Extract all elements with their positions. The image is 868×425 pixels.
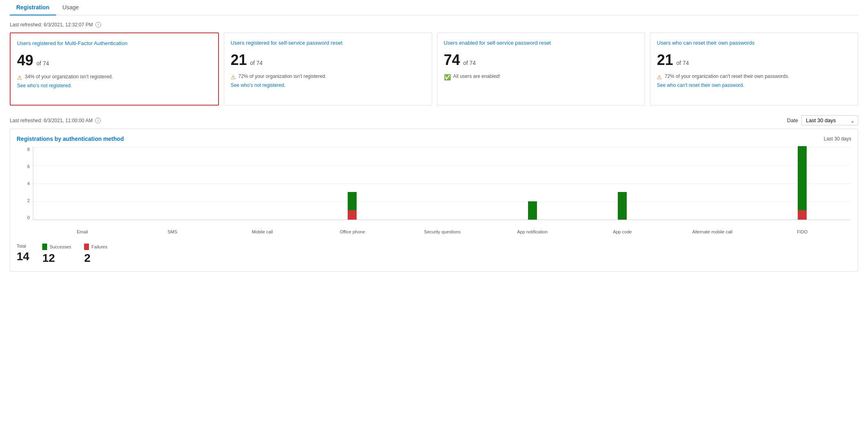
warning-icon-can-reset: ⚠ bbox=[657, 74, 662, 80]
refresh-info-icon[interactable]: i bbox=[95, 22, 101, 28]
bar-group-1: SMS bbox=[128, 147, 218, 220]
legend-successes-item: Successes bbox=[42, 244, 71, 250]
chart-section: Registrations by authentication method L… bbox=[10, 129, 858, 272]
chart-area: EmailSMSMobile callOffice phoneSecurity … bbox=[33, 147, 851, 220]
stat-warning-mfa: ⚠ 34% of your organization isn't registe… bbox=[17, 74, 212, 81]
bar-group-2: Mobile call bbox=[217, 147, 307, 220]
warning-icon-sspr-reg: ⚠ bbox=[231, 74, 236, 80]
legend-total-value: 14 bbox=[17, 250, 29, 263]
stat-number-row-sspr-enabled: 74 of 74 bbox=[444, 52, 639, 69]
y-label-8: 8 bbox=[27, 147, 30, 152]
stat-card-sspr-reg-title[interactable]: Users registered for self-service passwo… bbox=[231, 39, 425, 47]
bar-success-5 bbox=[528, 201, 537, 220]
stat-number-row-can-reset: 21 of 74 bbox=[657, 52, 851, 69]
legend-total: Total 14 bbox=[17, 244, 29, 265]
tab-usage[interactable]: Usage bbox=[56, 0, 85, 15]
bar-label-1: SMS bbox=[167, 229, 177, 234]
stat-card-can-reset: Users who can reset their own passwords … bbox=[650, 32, 858, 106]
stat-link-can-reset[interactable]: See who can't reset their own password. bbox=[657, 82, 744, 88]
stat-warning-can-reset: ⚠ 72% of your organization can't reset t… bbox=[657, 73, 851, 80]
bar-group-6: App code bbox=[577, 147, 667, 220]
stat-of-can-reset: of 74 bbox=[676, 60, 689, 66]
y-label-0: 0 bbox=[27, 215, 30, 220]
bar-group-4: Security questions bbox=[397, 147, 487, 220]
legend-successes-label: Successes bbox=[50, 244, 71, 249]
success-icon-sspr-enabled: ✅ bbox=[444, 74, 451, 80]
stat-success-sspr-enabled: ✅ All users are enabled! bbox=[444, 73, 639, 80]
bar-group-5: App notification bbox=[487, 147, 578, 220]
y-label-2: 2 bbox=[27, 198, 30, 203]
bar-group-7: Alternate mobile call bbox=[667, 147, 758, 220]
stat-link-sspr-reg[interactable]: See who's not registered. bbox=[231, 82, 286, 88]
tabs-bar: Registration Usage bbox=[10, 0, 858, 15]
page-wrapper: Registration Usage Last refreshed: 6/3/2… bbox=[0, 0, 868, 281]
stat-card-sspr-reg: Users registered for self-service passwo… bbox=[224, 32, 432, 106]
legend-failures-label: Failures bbox=[91, 244, 107, 249]
stat-link-mfa[interactable]: See who's not registered. bbox=[17, 83, 72, 88]
legend-failures: Failures 2 bbox=[84, 244, 107, 265]
bar-label-5: App notification bbox=[517, 229, 548, 234]
top-refresh-label: Last refreshed: 6/3/2021, 12:32:07 PM i bbox=[10, 22, 858, 28]
bar-chart-wrapper: 8 6 4 2 0 EmailSMSMobile callOffice phon… bbox=[17, 147, 851, 265]
stat-count-sspr-reg: 21 bbox=[231, 52, 247, 68]
stat-card-can-reset-title[interactable]: Users who can reset their own passwords bbox=[657, 39, 851, 47]
bar-label-8: FIDO bbox=[797, 229, 807, 234]
stat-of-sspr-enabled: of 74 bbox=[463, 60, 476, 66]
date-dropdown[interactable]: Last 30 days Last 7 days Last 1 day bbox=[801, 115, 858, 125]
bar-label-3: Office phone bbox=[340, 229, 365, 234]
legend-successes: Successes 12 bbox=[42, 244, 71, 265]
chart-legend: Total 14 Successes 12 Failures 2 bbox=[17, 240, 851, 265]
tab-registration[interactable]: Registration bbox=[10, 0, 56, 15]
chart-refresh-label: Last refreshed: 6/3/2021, 11:00:00 AM i bbox=[10, 118, 101, 123]
bar-label-6: App code bbox=[613, 229, 632, 234]
legend-failures-item: Failures bbox=[84, 244, 107, 250]
stat-card-mfa-title[interactable]: Users registered for Multi-Factor Authen… bbox=[17, 40, 212, 47]
stat-count-can-reset: 21 bbox=[657, 52, 673, 68]
bar-label-4: Security questions bbox=[424, 229, 461, 234]
bar-label-0: Email bbox=[77, 229, 88, 234]
stat-number-row-sspr-reg: 21 of 74 bbox=[231, 52, 425, 69]
bar-success-3 bbox=[348, 192, 357, 210]
chart-title: Registrations by authentication method bbox=[17, 136, 124, 142]
bar-failure-8 bbox=[798, 210, 807, 220]
stat-of-sspr-reg: of 74 bbox=[250, 60, 262, 66]
stat-of-mfa: of 74 bbox=[37, 60, 49, 67]
date-dropdown-wrapper[interactable]: Last 30 days Last 7 days Last 1 day bbox=[801, 115, 858, 125]
y-axis: 8 6 4 2 0 bbox=[17, 147, 31, 220]
legend-failures-value: 2 bbox=[84, 252, 107, 265]
stat-card-mfa: Users registered for Multi-Factor Authen… bbox=[10, 32, 219, 106]
legend-total-label: Total bbox=[17, 244, 29, 248]
chart-header: Registrations by authentication method L… bbox=[17, 136, 851, 142]
bar-group-8: FIDO bbox=[758, 147, 848, 220]
date-filter-row: Last refreshed: 6/3/2021, 11:00:00 AM i … bbox=[10, 115, 858, 125]
bar-label-2: Mobile call bbox=[252, 229, 273, 234]
bar-group-3: Office phone bbox=[307, 147, 398, 220]
stat-card-sspr-enabled-title[interactable]: Users enabled for self-service password … bbox=[444, 39, 639, 47]
chart-refresh-info-icon[interactable]: i bbox=[95, 118, 101, 123]
chart-date-label: Last 30 days bbox=[824, 136, 851, 142]
date-select-group: Date Last 30 days Last 7 days Last 1 day bbox=[787, 115, 858, 125]
bar-success-8 bbox=[798, 146, 807, 210]
legend-successes-value: 12 bbox=[42, 252, 71, 265]
stat-number-row-mfa: 49 of 74 bbox=[17, 52, 212, 69]
bar-failure-3 bbox=[348, 210, 357, 220]
stat-count-sspr-enabled: 74 bbox=[444, 52, 460, 68]
bar-success-6 bbox=[618, 192, 627, 220]
bar-group-0: Email bbox=[37, 147, 128, 220]
stat-warning-sspr-reg: ⚠ 72% of your organization isn't registe… bbox=[231, 73, 425, 80]
stat-card-sspr-enabled: Users enabled for self-service password … bbox=[437, 32, 645, 106]
warning-icon-mfa: ⚠ bbox=[17, 74, 22, 81]
y-label-4: 4 bbox=[27, 181, 30, 186]
y-label-6: 6 bbox=[27, 164, 30, 169]
stats-row: Users registered for Multi-Factor Authen… bbox=[10, 32, 858, 106]
success-swatch bbox=[42, 244, 47, 250]
bar-label-7: Alternate mobile call bbox=[692, 229, 732, 234]
failure-swatch bbox=[84, 244, 89, 250]
stat-count-mfa: 49 bbox=[17, 52, 33, 69]
